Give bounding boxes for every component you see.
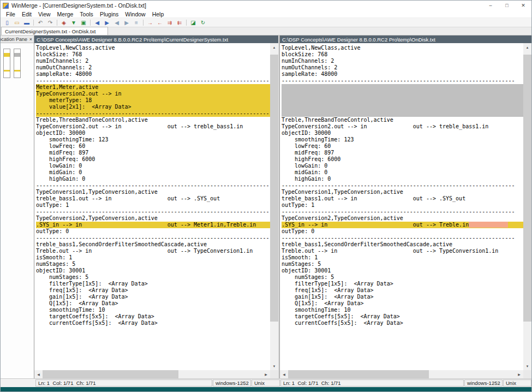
left-horizontal-scrollbar[interactable]: ◀ ▶ (34, 370, 278, 378)
scrollbar-corner (270, 370, 278, 378)
code-line: objectID: 30000 (282, 130, 523, 136)
left-code-area[interactable]: TopLevel,NewClass,activeblockSize: 768nu… (34, 43, 270, 370)
location-pane-body (1, 43, 34, 378)
code-line: sampleRate: 48000 (36, 71, 270, 78)
left-vertical-scrollbar[interactable]: ▲ ▼ (270, 43, 278, 370)
menu-window[interactable]: Window (122, 11, 148, 17)
menu-help[interactable]: Help (149, 11, 168, 17)
code-line: currentCoeffs[5x5]: <Array Data> (36, 320, 270, 326)
toolbar-separator (57, 20, 57, 26)
right-horizontal-scrollbar[interactable]: ◀ ▶ (280, 370, 531, 378)
code-line: ----------------------------------------… (36, 110, 270, 117)
code-line: isSmooth: 1 (282, 254, 523, 261)
menu-tools[interactable]: Tools (76, 11, 97, 17)
right-hscroll-thumb[interactable] (288, 370, 429, 378)
code-line: treble_bass1.out --> in out --> .SYS_out (36, 195, 270, 202)
scroll-left-icon[interactable]: ◀ (280, 370, 288, 378)
code-line: .SYS_in --> in out --> Treble.in (282, 222, 523, 228)
scroll-left-icon[interactable]: ◀ (34, 370, 43, 378)
minimize-button[interactable]: – (482, 1, 499, 10)
code-line: ----------------------------------------… (36, 235, 270, 241)
right-vscroll-track[interactable] (523, 51, 531, 362)
maximize-button[interactable]: □ (499, 1, 515, 10)
tab-comparison[interactable]: CurrentDesignerSystem.txt - OnDisk.txt (1, 27, 108, 35)
menu-merge[interactable]: Merge (54, 11, 77, 17)
menu-view[interactable]: View (35, 11, 54, 17)
code-line: TypeConversion2,TypeConversion,active (282, 215, 523, 222)
scroll-up-icon[interactable]: ▲ (523, 43, 531, 51)
current-diff-button[interactable]: ≡ (131, 19, 141, 27)
left-vscroll-thumb[interactable] (270, 55, 278, 322)
right-vscroll-thumb[interactable] (523, 55, 531, 322)
plugins-button[interactable]: ▣ (79, 19, 88, 27)
options-button[interactable]: ◈ (59, 19, 69, 27)
missing-line-filler (282, 110, 523, 117)
save-button[interactable]: ▬ (22, 19, 32, 27)
main-area: Location Pane × C:\DSP Concepts\AWE Desi… (1, 35, 531, 378)
location-diff-marker (4, 70, 10, 71)
code-line: TypeConversion2.out --> in (36, 91, 270, 97)
left-hscroll-thumb[interactable] (43, 370, 178, 378)
auto-merge-button[interactable]: ◪ (188, 19, 198, 27)
right-code-area[interactable]: TopLevel,NewClass,activeblockSize: 768nu… (280, 43, 523, 370)
left-file-path-header[interactable]: C:\DSP Concepts\AWE Designer 8.B.0.0.RC2… (34, 35, 278, 43)
code-line: freq[1x5]: <Array Data> (36, 287, 270, 294)
location-bar-right[interactable] (14, 49, 21, 78)
copy-all-right-button[interactable]: ⇉ (165, 19, 175, 27)
refresh-button[interactable]: ↻ (198, 19, 208, 27)
left-hscroll-track[interactable] (43, 370, 262, 378)
scroll-right-icon[interactable]: ▶ (515, 370, 523, 378)
menu-file[interactable]: File (3, 11, 19, 17)
right-file-pane: C:\DSP Concepts\AWE Designer 8.B.0.0.RC2… (279, 35, 531, 378)
copy-left-button[interactable]: ← (155, 19, 165, 27)
code-line: filterType[1x5]: <Array Data> (282, 281, 523, 287)
close-button[interactable]: ✕ (515, 1, 531, 10)
line-filter-button[interactable]: ▼ (69, 19, 79, 27)
new-file-button[interactable]: ▯ (2, 19, 12, 27)
code-line: lowGain: 0 (282, 163, 523, 169)
code-line: smoothingTime: 123 (36, 136, 270, 143)
first-diff-button[interactable]: ◀ (112, 19, 122, 27)
next-diff-button[interactable]: ▶ (102, 19, 112, 27)
prev-diff-button[interactable]: ◀ (92, 19, 102, 27)
menu-edit[interactable]: Edit (19, 11, 35, 17)
code-line: currentCoeffs[5x5]: <Array Data> (282, 320, 523, 326)
location-pane-close-icon[interactable]: × (28, 37, 34, 42)
scroll-down-icon[interactable]: ▼ (270, 362, 278, 370)
code-line: TypeConversion1,TypeConversion,active (36, 189, 270, 195)
code-line: highFreq: 6000 (36, 156, 270, 163)
right-file-path-header[interactable]: C:\DSP Concepts\AWE Designer 8.B.0.0.RC2… (280, 35, 531, 43)
undo-button[interactable]: ↶ (35, 19, 45, 27)
code-line: highFreq: 6000 (282, 156, 523, 163)
scroll-up-icon[interactable]: ▲ (270, 43, 278, 51)
code-line: ----------------------------------------… (36, 209, 270, 215)
code-line: highGain: 0 (36, 176, 270, 182)
last-diff-button[interactable]: ▶ (122, 19, 131, 27)
copy-right-button[interactable]: → (145, 19, 155, 27)
missing-line-filler (282, 84, 523, 91)
location-pane-title: Location Pane (1, 37, 28, 42)
code-line: Treble.out --> in out --> TypeConversion… (36, 248, 270, 254)
right-hscroll-track[interactable] (288, 370, 515, 378)
code-line: TypeConversion2,TypeConversion,active (36, 215, 270, 222)
winmerge-app-icon (3, 3, 9, 9)
code-line: treble_bass1.out --> in out --> .SYS_out (282, 195, 523, 202)
left-status-bar: Ln: 1 Col: 1/71 Ch: 1/71 windows-1252 Un… (35, 379, 280, 387)
code-line: numInChannels: 2 (282, 58, 523, 64)
left-vscroll-track[interactable] (270, 51, 278, 362)
redo-button[interactable]: ↷ (45, 19, 55, 27)
code-line: objectID: 30001 (282, 268, 523, 274)
code-line: lowGain: 0 (36, 163, 270, 169)
copy-all-left-button[interactable]: ⇇ (175, 19, 184, 27)
scroll-right-icon[interactable]: ▶ (262, 370, 270, 378)
code-line: isSmooth: 1 (36, 254, 270, 261)
left-encoding-badge: windows-1252 (213, 379, 251, 387)
code-line: treble_bass1,SecondOrderFilterSmoothedCa… (282, 241, 523, 248)
open-button[interactable]: ▭ (12, 19, 22, 27)
scroll-down-icon[interactable]: ▼ (523, 362, 531, 370)
right-vertical-scrollbar[interactable]: ▲ ▼ (523, 43, 531, 370)
location-bar-left[interactable] (3, 49, 10, 78)
code-line: gain[1x5]: <Array Data> (282, 294, 523, 300)
code-line: outType: 1 (282, 202, 523, 209)
menu-plugins[interactable]: Plugins (97, 11, 122, 17)
